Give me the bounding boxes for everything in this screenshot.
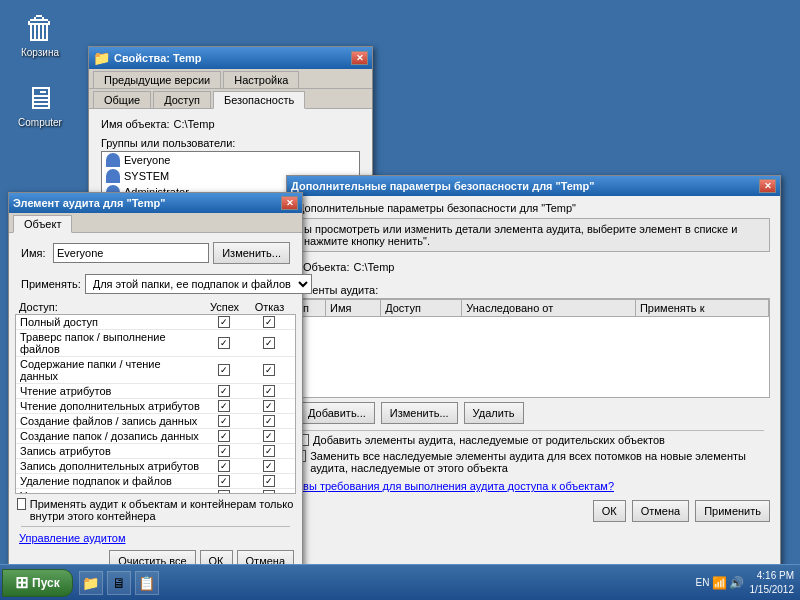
access-row-name: Полный доступ (20, 316, 201, 328)
access-row-name: Запись атрибутов (20, 445, 201, 457)
access-list[interactable]: Полный доступТраверс папок / выполнение … (15, 314, 296, 494)
properties-titlebar[interactable]: 📁 Свойства: Temp ✕ (89, 47, 372, 69)
success-checkbox[interactable] (201, 460, 246, 472)
access-row-name: Траверс папок / выполнение файлов (20, 331, 201, 355)
change-name-button[interactable]: Изменить... (213, 242, 290, 264)
replace-label: Заменить все наследуемые элементы аудита… (310, 450, 770, 474)
start-button[interactable]: ⊞ Пуск (2, 569, 73, 597)
audit-tab-object[interactable]: Объект (13, 215, 72, 233)
tab-access[interactable]: Доступ (153, 91, 211, 108)
access-col-name-header: Доступ: (19, 301, 202, 313)
adv-add-button[interactable]: Добавить... (299, 402, 375, 424)
language-indicator: EN (696, 577, 710, 588)
security-adv-close[interactable]: ✕ (759, 179, 776, 193)
recycle-bin-icon[interactable]: 🗑 Корзина (10, 10, 70, 59)
success-checkbox[interactable] (201, 475, 246, 487)
deny-checkbox[interactable] (246, 337, 291, 349)
name-row: Имя: Изменить... (15, 239, 296, 267)
success-checkbox[interactable] (201, 400, 246, 412)
adv-bottom-buttons: ОК Отмена Применить (297, 500, 770, 522)
success-checkbox[interactable] (201, 364, 246, 376)
access-row-name: Создание файлов / запись данных (20, 415, 201, 427)
replace-row: Заменить все наследуемые элементы аудита… (297, 450, 770, 474)
adv-cancel-button[interactable]: Отмена (632, 500, 689, 522)
clock-time: 4:16 PM (750, 569, 795, 583)
audit-element-title: Элемент аудита для "Temp" (13, 197, 165, 209)
requirements-link-row: овы требования для выполнения аудита дос… (297, 480, 770, 492)
properties-close-btn[interactable]: ✕ (351, 51, 368, 65)
adv-object-row: Объекта: C:\Temp (297, 258, 770, 276)
tab-security[interactable]: Безопасность (213, 91, 305, 109)
taskbar: ⊞ Пуск 📁 🖥 📋 EN 📶 🔊 4:16 PM 1/15/2012 (0, 564, 800, 600)
access-row: Запись дополнительных атрибутов (16, 459, 295, 474)
access-row: Запись атрибутов (16, 444, 295, 459)
audit-element-close[interactable]: ✕ (281, 196, 298, 210)
access-row: Чтение дополнительных атрибутов (16, 399, 295, 414)
taskbar-icon-2[interactable]: 🖥 (107, 571, 131, 595)
col-inherited: Унаследовано от (462, 300, 636, 317)
adv-object-value: C:\Temp (354, 261, 395, 273)
success-checkbox[interactable] (201, 430, 246, 442)
apply-select[interactable]: Для этой папки, ее подпапок и файлов (85, 274, 312, 294)
adv-ok-button[interactable]: ОК (593, 500, 626, 522)
properties-title: Свойства: Temp (114, 52, 202, 64)
success-checkbox[interactable] (201, 415, 246, 427)
audit-element-titlebar[interactable]: Элемент аудита для "Temp" ✕ (9, 193, 302, 213)
access-row-name: Создание папок / дозапись данных (20, 430, 201, 442)
success-checkbox[interactable] (201, 445, 246, 457)
access-row: Создание папок / дозапись данных (16, 429, 295, 444)
container-only-checkbox[interactable] (17, 498, 26, 510)
adv-change-button[interactable]: Изменить... (381, 402, 458, 424)
deny-checkbox[interactable] (246, 430, 291, 442)
adv-apply-button[interactable]: Применить (695, 500, 770, 522)
col-name: Имя (326, 300, 381, 317)
access-row-name: Содержание папки / чтение данных (20, 358, 201, 382)
taskbar-icon-3[interactable]: 📋 (135, 571, 159, 595)
tab-prev-versions[interactable]: Предыдущие версии (93, 71, 221, 88)
access-row: Удаление (16, 489, 295, 494)
deny-header: Отказ (247, 301, 292, 313)
audit-element-content: Имя: Изменить... Применять: Для этой пап… (9, 233, 302, 580)
deny-checkbox[interactable] (246, 415, 291, 427)
access-row: Создание файлов / запись данных (16, 414, 295, 429)
col-access: Доступ (381, 300, 462, 317)
security-adv-titlebar[interactable]: Дополнительные параметры безопасности дл… (287, 176, 780, 196)
deny-checkbox[interactable] (246, 475, 291, 487)
container-only-row: Применять аудит к объектам и контейнерам… (15, 498, 296, 522)
audit-element-window: Элемент аудита для "Temp" ✕ Объект Имя: … (8, 192, 303, 581)
deny-checkbox[interactable] (246, 460, 291, 472)
tab-settings[interactable]: Настройка (223, 71, 299, 88)
tab-general[interactable]: Общие (93, 91, 151, 108)
deny-checkbox[interactable] (246, 445, 291, 457)
sys-tray: EN 📶 🔊 (696, 576, 744, 590)
manage-audit-link[interactable]: Управление аудитом (19, 532, 126, 544)
name-input[interactable] (53, 243, 209, 263)
success-checkbox[interactable] (201, 337, 246, 349)
access-row: Траверс папок / выполнение файлов (16, 330, 295, 357)
success-checkbox[interactable] (201, 490, 246, 494)
access-row: Полный доступ (16, 315, 295, 330)
security-adv-content: Дополнительные параметры безопасности дл… (287, 196, 780, 528)
properties-tabs-2: Общие Доступ Безопасность (89, 89, 372, 109)
network-icon: 📶 (712, 576, 727, 590)
user-icon-system (106, 169, 120, 183)
deny-checkbox[interactable] (246, 400, 291, 412)
access-row: Содержание папки / чтение данных (16, 357, 295, 384)
taskbar-icon-1[interactable]: 📁 (79, 571, 103, 595)
success-checkbox[interactable] (201, 316, 246, 328)
success-checkbox[interactable] (201, 385, 246, 397)
adv-delete-button[interactable]: Удалить (464, 402, 524, 424)
access-row-name: Удаление подпапок и файлов (20, 475, 201, 487)
deny-checkbox[interactable] (246, 364, 291, 376)
name-label: Имя: (21, 247, 49, 259)
apply-label: Применять: (21, 278, 81, 290)
computer-icon[interactable]: 🖥 Computer (10, 80, 70, 129)
container-only-label: Применять аудит к объектам и контейнерам… (30, 498, 294, 522)
deny-checkbox[interactable] (246, 490, 291, 494)
requirements-link[interactable]: овы требования для выполнения аудита дос… (297, 480, 614, 492)
deny-checkbox[interactable] (246, 316, 291, 328)
object-name-label: Имя объекта: (101, 118, 170, 130)
user-item-everyone[interactable]: Everyone (102, 152, 359, 168)
audit-table-container[interactable]: п Имя Доступ Унаследовано от Применять к (297, 298, 770, 398)
deny-checkbox[interactable] (246, 385, 291, 397)
